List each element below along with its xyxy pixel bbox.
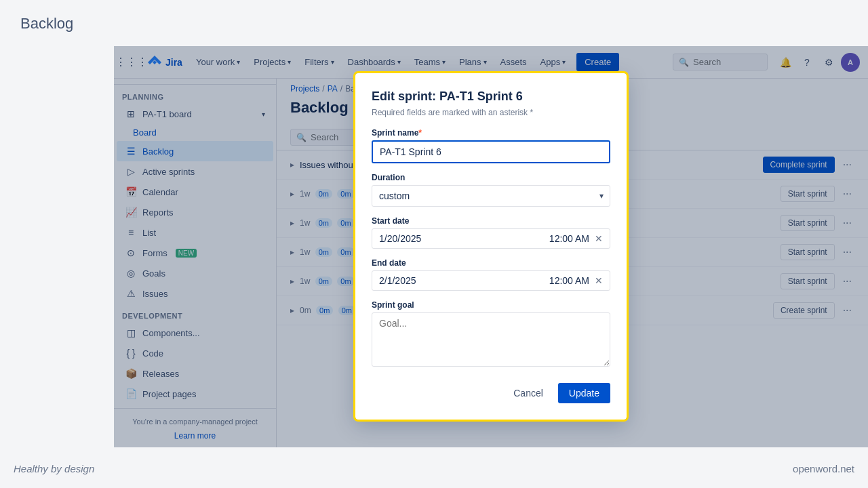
duration-label: Duration — [372, 173, 610, 182]
duration-select[interactable]: custom 1 week 2 weeks 3 weeks 4 weeks — [372, 185, 610, 207]
end-time-input[interactable] — [503, 275, 589, 286]
sprint-goal-textarea[interactable] — [372, 312, 610, 367]
modal-actions: Cancel Update — [372, 383, 610, 403]
sprint-name-label: Sprint name* — [372, 128, 610, 138]
end-date-label: End date — [372, 258, 610, 268]
footer-right: openword.net — [793, 463, 854, 474]
end-date-clear-icon[interactable]: ✕ — [595, 275, 603, 286]
duration-group: Duration custom 1 week 2 weeks 3 weeks 4… — [372, 173, 610, 207]
end-date-input[interactable] — [379, 275, 498, 286]
footer-left: Healthy by design — [14, 463, 94, 474]
sprint-goal-label: Sprint goal — [372, 300, 610, 310]
start-date-input[interactable] — [379, 233, 498, 244]
end-date-group: End date ✕ — [372, 258, 610, 291]
start-date-group: Start date ✕ — [372, 216, 610, 249]
end-date-wrapper: ✕ — [372, 270, 610, 291]
modal-title: Edit sprint: PA-T1 Sprint 6 — [372, 89, 610, 104]
sprint-goal-group: Sprint goal — [372, 300, 610, 369]
sprint-name-group: Sprint name* — [372, 128, 610, 163]
page-bg-title: Backlog — [20, 15, 73, 33]
sprint-name-input[interactable] — [372, 140, 610, 163]
update-button[interactable]: Update — [558, 383, 610, 403]
start-time-input[interactable] — [503, 233, 589, 244]
edit-sprint-modal: Edit sprint: PA-T1 Sprint 6 Required fie… — [355, 73, 627, 420]
cancel-button[interactable]: Cancel — [504, 383, 553, 403]
start-date-wrapper: ✕ — [372, 228, 610, 249]
modal-overlay: Edit sprint: PA-T1 Sprint 6 Required fie… — [114, 46, 868, 447]
start-date-clear-icon[interactable]: ✕ — [595, 233, 603, 244]
modal-required-note: Required fields are marked with an aster… — [372, 108, 610, 117]
start-date-label: Start date — [372, 216, 610, 226]
